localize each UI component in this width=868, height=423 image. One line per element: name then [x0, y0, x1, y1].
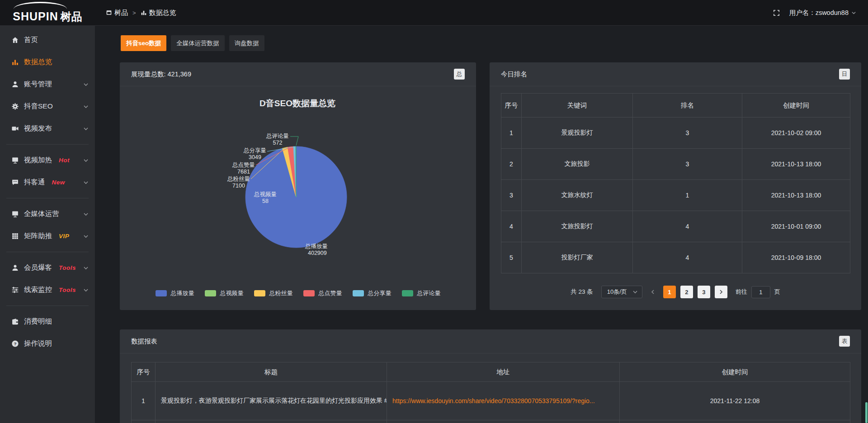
- sidebar-divider: [6, 306, 89, 306]
- rank-col-创建时间: 创建时间: [742, 94, 850, 118]
- scrollbar-thumb[interactable]: [865, 402, 868, 423]
- sidebar-item-操作说明[interactable]: ?操作说明: [0, 333, 95, 355]
- total-view-button[interactable]: 总: [454, 69, 465, 80]
- sidebar-item-抖客通[interactable]: 抖客通New: [0, 171, 95, 193]
- goto-page-input[interactable]: [751, 286, 770, 298]
- goto-label: 前往: [736, 288, 747, 296]
- sidebar-badge-VIP: VIP: [59, 233, 69, 240]
- legend-swatch: [254, 290, 265, 296]
- pagination-total: 共 23 条: [571, 288, 593, 296]
- pie-label-value-总粉丝量: 7100: [232, 183, 245, 189]
- pagination: 共 23 条10条/页123前往页: [490, 286, 861, 298]
- breadcrumb-item-1[interactable]: 树品: [106, 9, 128, 17]
- pie-label-name-总粉丝量: 总粉丝量: [227, 176, 250, 182]
- rank-cell: 4: [633, 211, 742, 242]
- chart-panel: 展现量总数: 421,369 总 D音SEO数据量总览总播放量402909总视频…: [120, 62, 476, 310]
- main-content: 抖音seo数据全媒体运营数据询盘数据 展现量总数: 421,369 总 D音SE…: [95, 25, 868, 423]
- sidebar-item-消费明细[interactable]: 消费明细: [0, 310, 95, 333]
- report-cell: [156, 420, 387, 423]
- sidebar-item-视频加热[interactable]: 视频加热Hot: [0, 149, 95, 171]
- report-table-row[interactable]: 1景观投影灯，夜游景观投影灯厂家展示展示落花灯在花园里的灯光投影应用效果 #ht…: [132, 382, 850, 420]
- page-size-value: 10条/页: [607, 288, 627, 296]
- legend-item-总播放量[interactable]: 总播放量: [156, 289, 194, 297]
- rank-table-row[interactable]: 3文旅水纹灯12021-10-13 18:00: [501, 180, 850, 211]
- svg-text:?: ?: [14, 341, 16, 346]
- window-icon: [106, 9, 112, 16]
- rank-table-row[interactable]: 4文旅投影灯42021-10-01 09:00: [501, 211, 850, 242]
- sidebar-item-label: 首页: [24, 35, 38, 45]
- sliders-icon: [11, 286, 19, 294]
- pie-label-value-总分享量: 3049: [249, 154, 261, 160]
- pie-label-value-总播放量: 402909: [308, 250, 327, 256]
- legend-label: 总播放量: [171, 289, 194, 297]
- prev-page-button[interactable]: [647, 286, 659, 298]
- sidebar-divider: [6, 252, 89, 252]
- page-size-select[interactable]: 10条/页: [601, 286, 642, 298]
- legend-item-总分享量[interactable]: 总分享量: [353, 289, 392, 297]
- fullscreen-icon[interactable]: [773, 9, 780, 17]
- tab-询盘数据[interactable]: 询盘数据: [229, 35, 264, 51]
- legend-item-总点赞量[interactable]: 总点赞量: [303, 289, 342, 297]
- breadcrumb-label: 树品: [114, 9, 128, 17]
- rank-table-row[interactable]: 2文旅投影32021-10-13 18:00: [501, 149, 850, 180]
- sidebar-item-首页[interactable]: 首页: [0, 29, 95, 51]
- tab-全媒体运营数据[interactable]: 全媒体运营数据: [171, 35, 225, 51]
- sidebar-badge-Hot: Hot: [59, 157, 70, 164]
- sidebar-item-抖音SEO[interactable]: 抖音SEO: [0, 95, 95, 118]
- legend-item-总评论量[interactable]: 总评论量: [402, 289, 441, 297]
- legend-swatch: [353, 290, 364, 296]
- report-table-row[interactable]: [132, 420, 850, 423]
- pie-label-name-总视频量: 总视频量: [254, 191, 277, 197]
- sidebar-item-线索监控[interactable]: 线索监控Tools: [0, 279, 95, 301]
- rank-cell: 文旅水纹灯: [522, 180, 633, 211]
- rank-col-序号: 序号: [501, 94, 522, 118]
- pie-label-value-总评论量: 572: [273, 140, 283, 146]
- monitor-icon: [11, 210, 19, 218]
- sidebar-badge-Tools: Tools: [59, 287, 76, 293]
- rank-cell: 2021-10-01 09:00: [742, 211, 850, 242]
- page-button-2[interactable]: 2: [680, 286, 693, 298]
- sidebar-item-矩阵助推[interactable]: 矩阵助推VIP: [0, 225, 95, 247]
- page-button-1[interactable]: 1: [663, 286, 676, 298]
- breadcrumb-item-2[interactable]: 数据总览: [141, 9, 176, 17]
- pie-label-value-总点赞量: 7681: [237, 169, 250, 175]
- pie-label-name-总播放量: 总播放量: [305, 243, 328, 249]
- tab-抖音seo数据[interactable]: 抖音seo数据: [121, 35, 166, 51]
- data-tabs: 抖音seo数据全媒体运营数据询盘数据: [121, 35, 264, 51]
- sidebar-item-label: 消费明细: [24, 317, 52, 326]
- sidebar-item-数据总览[interactable]: 数据总览: [0, 51, 95, 73]
- rank-cell: 2021-10-13 18:00: [742, 180, 850, 211]
- report-cell-url-link[interactable]: https://www.iesdouyin.com/share/video/70…: [387, 382, 620, 420]
- rank-table-row[interactable]: 1景观投影灯32021-10-02 09:00: [501, 118, 850, 149]
- chevron-down-icon: [83, 180, 89, 185]
- seo-pie-chart: D音SEO数据量总览总播放量402909总视频量58总粉丝量7100总点赞量76…: [120, 86, 476, 289]
- rank-cell: 文旅投影灯: [522, 211, 633, 242]
- pie-label-name-总分享量: 总分享量: [243, 147, 266, 154]
- topbar: SHUPIN 树品 树品>数据总览 用户名：zswodun88: [0, 0, 868, 25]
- sidebar-item-label: 线索监控: [24, 285, 52, 295]
- sidebar-item-label: 视频发布: [24, 124, 52, 133]
- legend-item-总粉丝量[interactable]: 总粉丝量: [254, 289, 293, 297]
- legend-swatch: [402, 290, 413, 296]
- user-label: 用户名：zswodun88: [789, 9, 849, 17]
- table-view-button[interactable]: 表: [839, 336, 850, 347]
- rank-cell: 2021-10-13 18:00: [742, 149, 850, 180]
- logo-text-cn: 树品: [61, 11, 82, 22]
- user-menu[interactable]: 用户名：zswodun88: [789, 9, 856, 17]
- next-page-button[interactable]: [715, 286, 727, 298]
- sidebar-item-账号管理[interactable]: 账号管理: [0, 73, 95, 95]
- grid-icon: [11, 232, 19, 240]
- sidebar-item-label: 抖音SEO: [24, 102, 53, 111]
- rank-table-row[interactable]: 5投影灯厂家42021-10-09 18:00: [501, 242, 850, 273]
- chevron-down-icon: [851, 10, 856, 15]
- report-cell: [620, 420, 850, 423]
- sidebar-item-视频发布[interactable]: 视频发布: [0, 118, 95, 140]
- logo-arc-icon: [14, 2, 67, 9]
- daily-view-button[interactable]: 日: [839, 69, 850, 80]
- sidebar-item-会员爆客[interactable]: 会员爆客Tools: [0, 257, 95, 279]
- legend-item-总视频量[interactable]: 总视频量: [205, 289, 244, 297]
- chevron-down-icon: [83, 104, 89, 109]
- user-icon: [11, 264, 19, 272]
- sidebar-item-全媒体运营[interactable]: 全媒体运营: [0, 203, 95, 225]
- page-button-3[interactable]: 3: [698, 286, 710, 298]
